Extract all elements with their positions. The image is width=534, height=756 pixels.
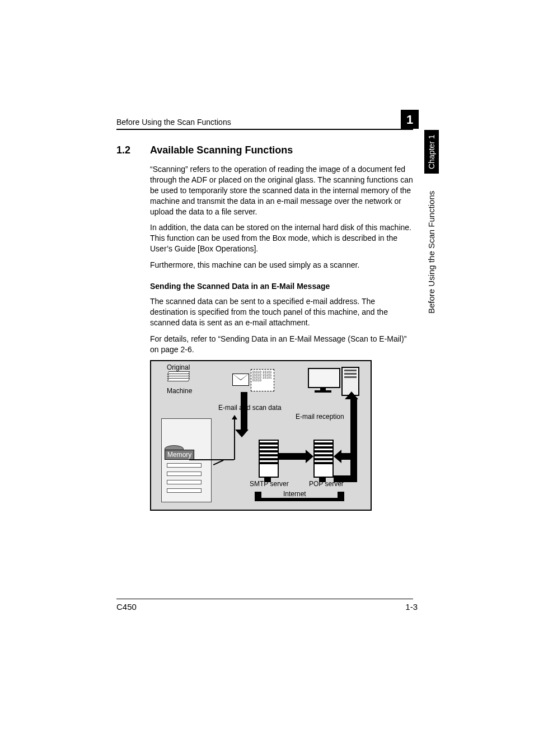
monitor-icon (308, 368, 338, 393)
pop-server-icon (313, 440, 334, 478)
machine-icon (161, 396, 212, 502)
footer-page-number: 1-3 (405, 602, 418, 612)
diagram-label-original: Original (167, 363, 190, 371)
arrow-icon (232, 415, 237, 419)
footer-rule (116, 599, 413, 599)
smtp-server-icon (259, 440, 279, 478)
flow-arrow-icon (319, 477, 326, 482)
arrow-icon (306, 450, 313, 463)
running-head: Before Using the Scan Functions (116, 118, 413, 130)
section-number: 1.2 (116, 144, 139, 156)
section-title: Available Scanning Functions (150, 144, 293, 156)
binary-data-icon: 01010 10101 01010 10101 01010 10101 0101… (251, 369, 274, 391)
flow-arrow-icon (279, 453, 307, 460)
flow-arrow-icon (350, 398, 357, 475)
paragraph: Furthermore, this machine can be used si… (150, 260, 413, 270)
diagram-label-memory: Memory (165, 450, 194, 460)
diagram-label-machine: Machine (167, 387, 192, 395)
flow-arrow-icon (334, 475, 357, 482)
body-text: The scanned data can be sent to a specif… (150, 296, 413, 354)
flow-arrow-icon (255, 498, 344, 501)
diagram-label-internet: Internet (283, 490, 306, 498)
workflow-diagram: Original Machine Memory (150, 360, 372, 511)
paragraph: “Scanning” refers to the operation of re… (150, 164, 413, 217)
diagram-label-email-reception: E-mail reception (296, 413, 344, 421)
arrow-icon (235, 430, 249, 437)
arrow-icon (345, 391, 358, 399)
chapter-tab: Chapter 1 (424, 130, 439, 174)
section-heading: 1.2 Available Scanning Functions (116, 144, 413, 156)
footer-model: C450 (116, 602, 137, 612)
paragraph: The scanned data can be sent to a specif… (150, 296, 413, 328)
pages-icon (168, 371, 194, 382)
sub-heading: Sending the Scanned Data in an E-Mail Me… (150, 282, 413, 291)
envelope-icon (232, 374, 249, 386)
side-section-label: Before Using the Scan Functions (424, 179, 439, 325)
paragraph: For details, refer to “Sending Data in a… (150, 334, 413, 355)
page: Before Using the Scan Functions 1 Chapte… (0, 0, 534, 756)
flow-arrow-icon (338, 492, 344, 498)
flow-arrow-icon (340, 453, 352, 460)
diagram-label-email-scan-data: E-mail and scan data (218, 404, 282, 412)
paragraph: In addition, the data can be stored on t… (150, 222, 413, 254)
flow-arrow-icon (264, 477, 271, 482)
chapter-number-badge: 1 (401, 110, 419, 129)
content-area: 1.2 Available Scanning Functions “Scanni… (116, 144, 413, 511)
body-text: “Scanning” refers to the operation of re… (150, 164, 413, 270)
flow-arrow-icon (241, 392, 247, 431)
